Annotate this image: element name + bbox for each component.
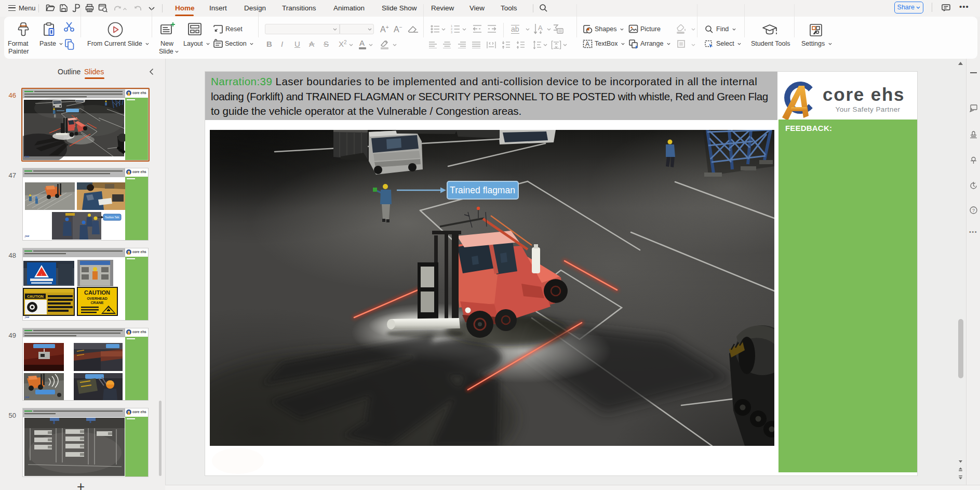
svg-text:CAUTION: CAUTION [27, 295, 44, 298]
svg-text:Toolbox Talk: Toolbox Talk [105, 216, 119, 219]
svg-text:core ehs: core ehs [132, 170, 146, 174]
svg-text:?: ? [972, 208, 975, 213]
svg-text:A: A [538, 24, 543, 32]
svg-text:A: A [585, 41, 589, 48]
svg-text:!: ! [41, 273, 42, 276]
svg-text:jsw: jsw [24, 315, 30, 319]
svg-text:core ehs: core ehs [132, 91, 146, 95]
svg-text:jsw: jsw [24, 234, 30, 237]
svg-text:CRANE: CRANE [91, 301, 104, 304]
svg-text:CAUTION: CAUTION [84, 289, 110, 296]
svg-text:core ehs: core ehs [132, 330, 146, 334]
svg-text:OVERHEAD: OVERHEAD [87, 297, 108, 300]
svg-text:Trained flagman: Trained flagman [450, 185, 515, 195]
svg-text:jsw: jsw [24, 155, 30, 158]
svg-text:core ehs: core ehs [132, 250, 146, 254]
svg-text:core ehs: core ehs [132, 410, 146, 414]
svg-text:3: 3 [451, 31, 452, 34]
svg-text:jsw: jsw [24, 395, 30, 399]
